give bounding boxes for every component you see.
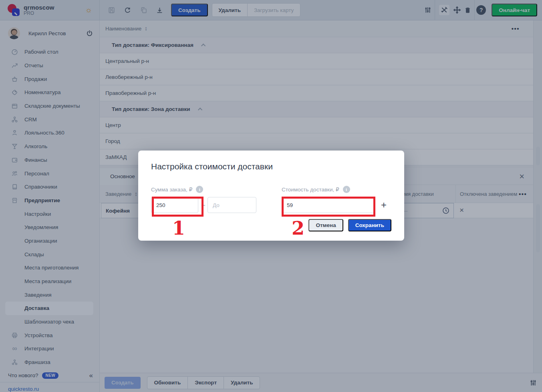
delivery-cost-field: Стоимость доставки, ₽ i + bbox=[282, 186, 387, 213]
modal-actions: Отмена Сохранить bbox=[308, 219, 391, 231]
order-sum-field: Сумма заказа, ₽ i – bbox=[151, 186, 256, 213]
modal-title: Настройка стоимости доставки bbox=[151, 162, 391, 171]
order-sum-from-input[interactable] bbox=[151, 197, 198, 213]
cancel-button[interactable]: Отмена bbox=[308, 219, 343, 231]
delivery-cost-label: Стоимость доставки, ₽ i bbox=[282, 186, 387, 193]
delivery-cost-modal: Настройка стоимости доставки Сумма заказ… bbox=[138, 151, 404, 241]
range-dash: – bbox=[201, 201, 205, 209]
info-icon[interactable]: i bbox=[196, 186, 203, 193]
info-icon[interactable]: i bbox=[343, 186, 350, 193]
order-sum-label: Сумма заказа, ₽ i bbox=[151, 186, 256, 193]
modal-fields: Сумма заказа, ₽ i – Стоимость доставки, … bbox=[151, 186, 391, 213]
add-range-plus-icon[interactable]: + bbox=[381, 200, 387, 210]
save-button[interactable]: Сохранить bbox=[348, 219, 391, 231]
delivery-cost-input[interactable] bbox=[282, 197, 375, 213]
order-sum-to-input[interactable] bbox=[208, 197, 256, 213]
